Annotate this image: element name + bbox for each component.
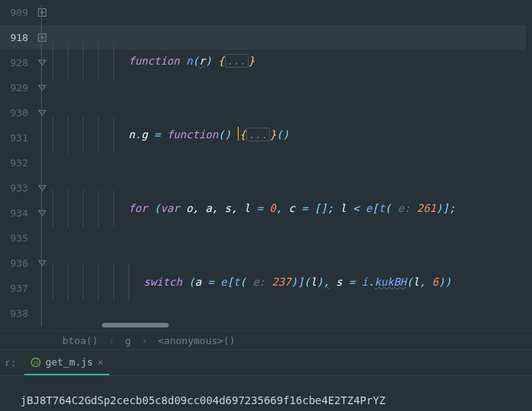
svg-marker-11 — [39, 261, 46, 266]
fold-toggle-icon[interactable] — [34, 25, 49, 50]
op: < — [353, 202, 359, 214]
fold-toggle-icon[interactable] — [34, 0, 49, 25]
tab-label: get_m.js — [46, 356, 93, 368]
line-number: 935 — [0, 226, 28, 251]
svg-marker-6 — [39, 60, 46, 65]
breadcrumb[interactable]: btoa() › g › <anonymous>() — [0, 330, 532, 350]
line-number: 930 — [0, 100, 28, 125]
close-icon[interactable]: × — [97, 356, 103, 368]
fold-gutter[interactable] — [34, 0, 49, 330]
line-number-gutter: 909 918 928 929 930 931 932 933 934 935 … — [0, 0, 34, 330]
line-number: 909 — [0, 0, 28, 25]
code-line[interactable]: function n(r) {...} — [49, 49, 532, 74]
svg-marker-7 — [39, 85, 46, 90]
line-number: 933 — [0, 175, 28, 201]
identifier: l — [340, 202, 346, 214]
param: r — [199, 55, 205, 67]
keyword: switch — [144, 276, 182, 288]
folded-region[interactable]: ... — [246, 128, 270, 141]
identifier: l — [310, 276, 316, 288]
identifier: t — [233, 276, 239, 288]
line-number: 934 — [0, 201, 28, 226]
op: = — [154, 128, 160, 141]
panel-label: r: — [5, 357, 17, 368]
folded-region[interactable]: ... — [225, 54, 249, 68]
identifier: g — [141, 128, 147, 141]
identifier: a — [195, 276, 201, 288]
code-editor[interactable]: 909 918 928 929 930 931 932 933 934 935 … — [0, 0, 532, 330]
tab-file[interactable]: JS get_m.js × — [24, 350, 109, 375]
fold-toggle-icon[interactable] — [34, 100, 49, 125]
fold-toggle-icon[interactable] — [34, 175, 49, 201]
identifier: s — [336, 276, 342, 288]
breadcrumb-item[interactable]: g — [125, 335, 131, 346]
svg-marker-10 — [39, 210, 46, 216]
identifiers: o, a, s, l — [186, 202, 250, 214]
javascript-file-icon: JS — [30, 357, 41, 368]
chevron-right-icon: › — [104, 335, 119, 346]
breadcrumb-item[interactable]: <anonymous>() — [158, 335, 236, 346]
identifier: c — [289, 202, 295, 214]
fold-toggle-icon[interactable] — [34, 75, 49, 100]
keyword: var — [160, 202, 179, 214]
punct: () — [218, 128, 231, 141]
fold-toggle-icon[interactable] — [34, 201, 49, 226]
punct: . — [135, 128, 141, 141]
code-area[interactable]: function n(r) {...} n.g = function() {..… — [49, 0, 532, 330]
op: = — [257, 202, 263, 214]
identifier: kukBH — [375, 276, 407, 288]
line-number: 929 — [0, 75, 28, 100]
line-number: 918 — [0, 25, 28, 50]
punct: [] — [315, 202, 328, 214]
keyword: for — [128, 202, 147, 214]
identifier: e — [220, 276, 226, 288]
console-line: jBJ8T764C2GdSp2cecb05c8d09cc004d69723566… — [21, 394, 385, 406]
editor-tab-bar[interactable]: r: JS get_m.js × — [0, 350, 532, 376]
console-output[interactable]: jBJ8T764C2GdSp2cecb05c8d09cc004d69723566… — [0, 376, 532, 411]
keyword: function — [128, 55, 179, 67]
punct: ; — [327, 202, 333, 214]
inlay-hint: e: — [252, 276, 265, 288]
line-number: 936 — [0, 251, 28, 276]
op: = — [207, 276, 214, 288]
keyword: function — [167, 128, 218, 141]
number: 6 — [432, 276, 439, 288]
line-number: 938 — [0, 301, 28, 326]
line-number: 937 — [0, 276, 28, 301]
number: 261 — [417, 202, 436, 214]
svg-marker-8 — [39, 110, 46, 115]
inlay-hint: e: — [397, 202, 410, 214]
code-line[interactable]: for (var o, a, s, l = 0, c = []; l < e[t… — [49, 196, 532, 221]
line-number: 928 — [0, 50, 28, 75]
svg-marker-9 — [39, 185, 46, 191]
line-number: 932 — [0, 150, 28, 175]
scrollbar-thumb[interactable] — [102, 323, 169, 327]
horizontal-scrollbar[interactable] — [102, 321, 532, 329]
identifier: i — [362, 276, 368, 288]
number: 237 — [272, 276, 291, 288]
code-line[interactable]: switch (a = e[t( e: 237)](l), s = i.kukB… — [49, 270, 532, 295]
number: 0 — [270, 202, 276, 214]
punct: () — [277, 128, 290, 141]
line-number: 931 — [0, 125, 28, 150]
chevron-right-icon: › — [137, 335, 152, 346]
fold-toggle-icon[interactable] — [34, 251, 49, 276]
svg-text:JS: JS — [33, 359, 39, 365]
code-line[interactable]: n.g = function() {...}() — [49, 122, 532, 147]
breadcrumb-item[interactable]: btoa() — [62, 335, 98, 346]
fold-toggle-icon[interactable] — [34, 50, 49, 75]
punct: )] — [436, 202, 449, 214]
